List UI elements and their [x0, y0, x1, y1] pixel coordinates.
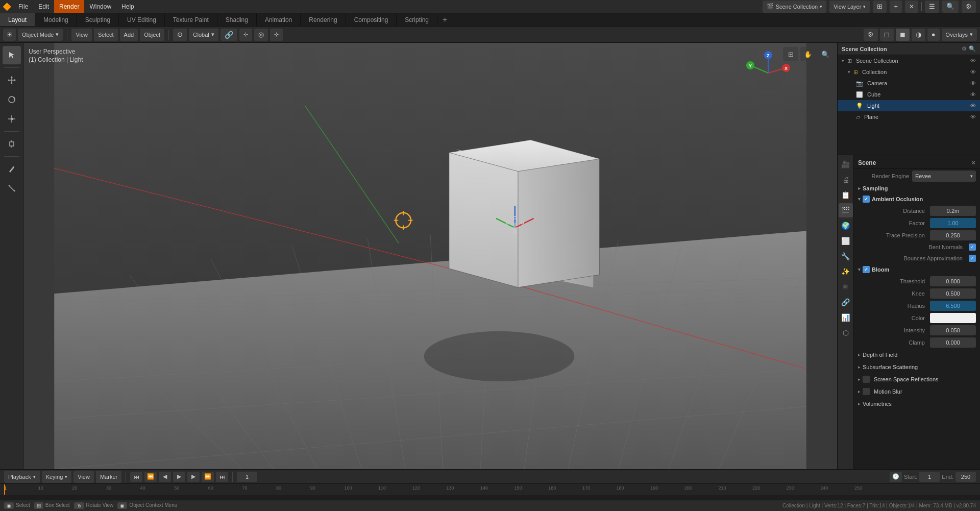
proportional-edit-btn[interactable]: ◎	[254, 29, 268, 41]
vol-section[interactable]: ▸ Volumetrics	[854, 398, 980, 410]
view-menu-btn[interactable]: View	[71, 29, 92, 41]
snap-btn[interactable]: 🔗	[220, 29, 237, 41]
tool-transform[interactable]	[3, 135, 21, 153]
overlay-options-btn[interactable]: Overlays ▾	[942, 29, 977, 41]
prop-object-btn[interactable]: ⬜	[839, 234, 853, 248]
outliner-search-btn[interactable]: 🔍	[969, 45, 976, 52]
prop-data-btn[interactable]: 📊	[839, 310, 853, 325]
tab-uv-editing[interactable]: UV Editing	[119, 13, 165, 26]
bloom-knee-value[interactable]: 0.500	[930, 288, 976, 299]
screen-layout-btn[interactable]: ⊞	[873, 1, 887, 13]
bloom-intensity-value[interactable]: 0.050	[930, 325, 976, 335]
bloom-color-value[interactable]	[930, 313, 976, 323]
bloom-enabled-checkbox[interactable]: ✓	[863, 266, 870, 273]
ao-enabled-checkbox[interactable]: ✓	[863, 196, 870, 203]
jump-start-btn[interactable]: ⏮	[130, 472, 142, 482]
prop-modifier-btn[interactable]: 🔧	[839, 249, 853, 263]
tool-scale[interactable]	[3, 110, 21, 128]
tab-texture-paint[interactable]: Texture Paint	[165, 13, 217, 26]
prev-keyframe-btn[interactable]: ⏪	[144, 472, 157, 482]
current-frame-display[interactable]: 1	[237, 472, 257, 482]
close-properties-btn[interactable]: ✕	[971, 159, 976, 166]
search-btn[interactable]: 🔍	[942, 1, 959, 13]
ao-section-header[interactable]: ▾ ✓ Ambient Occlusion	[854, 193, 980, 205]
timeline-ruler[interactable]: 1 10 20 30 40 50 60 70 80 90 100 110 120…	[0, 484, 980, 495]
view-layer-btn[interactable]: View Layer ▾	[829, 1, 870, 13]
filter-btn[interactable]: ⚙	[962, 1, 976, 13]
outliner-collection[interactable]: ▾ ⊞ Collection 👁	[838, 66, 980, 78]
menu-render[interactable]: Render	[54, 0, 84, 13]
tab-shading[interactable]: Shading	[217, 13, 257, 26]
new-screen-btn[interactable]: +	[890, 1, 902, 13]
tool-select[interactable]	[3, 46, 21, 64]
prop-material-btn[interactable]: ⬡	[839, 326, 853, 340]
mb-section[interactable]: ▸ Motion Blur	[854, 385, 980, 398]
prop-particles-btn[interactable]: ✨	[839, 264, 853, 279]
outliner-filter-btn[interactable]: ⚙	[962, 45, 967, 52]
prop-render-btn[interactable]: 🎥	[839, 157, 853, 172]
proportional-options-btn[interactable]: ⊹	[270, 29, 283, 41]
start-frame-value[interactable]: 1	[919, 472, 940, 482]
tab-sculpting[interactable]: Sculpting	[77, 13, 119, 26]
select-menu-btn[interactable]: Select	[94, 29, 118, 41]
playback-btn[interactable]: Playback ▾	[4, 471, 40, 483]
bloom-threshold-value[interactable]: 0.800	[930, 276, 976, 286]
timing-btn[interactable]: 🕐	[890, 472, 902, 482]
render-engine-select[interactable]: Eevee ▾	[912, 171, 976, 182]
bloom-section-header[interactable]: ▾ ✓ Bloom	[854, 264, 980, 275]
outliner-plane[interactable]: ▱ Plane 👁	[838, 111, 980, 123]
tool-move[interactable]	[3, 71, 21, 89]
bent-normals-checkbox[interactable]: ✓	[969, 244, 976, 251]
sss-section[interactable]: ▸ Subsurface Scattering	[854, 361, 980, 373]
menu-file[interactable]: File	[13, 0, 33, 13]
scene-name-dropdown[interactable]: 🎬 Scene Collection ▾	[763, 1, 827, 13]
viewport-shading-render[interactable]: ●	[927, 29, 940, 41]
tool-rotate[interactable]	[3, 90, 21, 109]
menu-window[interactable]: Window	[84, 0, 116, 13]
prop-world-btn[interactable]: 🌍	[839, 218, 853, 233]
viewport-shading-wire[interactable]: ◻	[880, 29, 894, 41]
next-keyframe-btn[interactable]: ⏩	[202, 472, 214, 482]
end-frame-value[interactable]: 250	[955, 472, 976, 482]
tab-modeling[interactable]: Modeling	[35, 13, 77, 26]
play-btn[interactable]: ▶	[173, 472, 185, 482]
transform-space-dropdown[interactable]: Global ▾	[189, 29, 218, 41]
outliner-light[interactable]: 💡 Light 👁	[838, 100, 980, 111]
sampling-section-header[interactable]: ▸ Sampling	[854, 183, 980, 193]
mb-checkbox[interactable]	[863, 388, 870, 395]
outliner-scene-collection[interactable]: ▾ ⊞ Scene Collection 👁	[838, 55, 980, 66]
ssr-checkbox[interactable]	[863, 376, 870, 383]
tab-compositing[interactable]: Compositing	[346, 13, 397, 26]
jump-end-btn[interactable]: ⏭	[216, 472, 228, 482]
viewport-shading-material[interactable]: ◑	[912, 29, 925, 41]
prop-output-btn[interactable]: 🖨	[839, 173, 853, 187]
ssr-section[interactable]: ▸ Screen Space Reflections	[854, 373, 980, 385]
render-overlays-btn[interactable]: ⚙	[864, 29, 878, 41]
tab-rendering[interactable]: Rendering	[301, 13, 346, 26]
prop-view-layer-btn[interactable]: 📋	[839, 188, 853, 202]
menu-edit[interactable]: Edit	[33, 0, 54, 13]
dof-section[interactable]: ▸ Depth of Field	[854, 349, 980, 361]
tab-scripting[interactable]: Scripting	[397, 13, 437, 26]
snap-options-btn[interactable]: ⊹	[239, 29, 252, 41]
tab-layout[interactable]: Layout	[0, 13, 35, 26]
viewport-zoom-btn[interactable]: 🔍	[818, 47, 833, 61]
object-mode-dropdown[interactable]: Object Mode ▾	[18, 29, 63, 41]
viewport-hand-btn[interactable]: ✋	[800, 47, 816, 61]
keying-btn[interactable]: Keying ▾	[42, 471, 72, 483]
close-screen-btn[interactable]: ✕	[905, 1, 918, 13]
next-frame-btn[interactable]: ▶	[187, 472, 200, 482]
viewport-3d[interactable]: User Perspective (1) Collection | Light …	[23, 43, 837, 469]
ao-distance-value[interactable]: 0.2m	[930, 206, 976, 216]
prev-frame-btn[interactable]: ◀	[159, 472, 171, 482]
tab-animation[interactable]: Animation	[257, 13, 301, 26]
viewport-shading-solid[interactable]: ◼	[896, 29, 910, 41]
view-layer-settings-btn[interactable]: ☰	[925, 1, 939, 13]
marker-btn[interactable]: Marker	[96, 471, 121, 483]
prop-constraints-btn[interactable]: 🔗	[839, 295, 853, 309]
bloom-clamp-value[interactable]: 0.000	[930, 337, 976, 348]
object-menu-btn[interactable]: Object	[140, 29, 164, 41]
ao-factor-value[interactable]: 1.00	[930, 218, 976, 228]
outliner-camera[interactable]: 📷 Camera 👁	[838, 78, 980, 89]
menu-help[interactable]: Help	[116, 0, 139, 13]
